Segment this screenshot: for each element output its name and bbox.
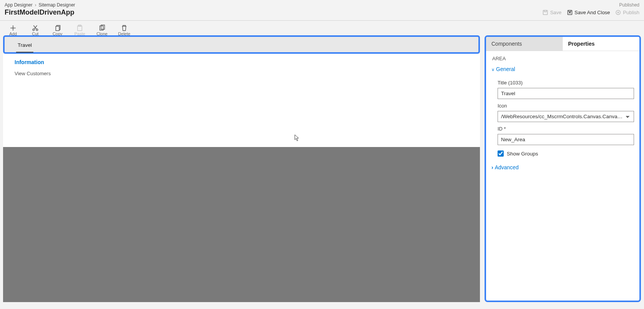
toolbar-paste-button: Paste [74, 25, 86, 35]
chevron-right-icon [491, 164, 493, 170]
area-tab-travel[interactable]: Travel [16, 40, 33, 53]
area-tabbar[interactable]: Travel [3, 35, 480, 54]
toolbar: Add Cut Copy Paste Clone Delete [0, 21, 644, 35]
properties-panel: Components Properties AREA General Title… [485, 35, 641, 302]
toolbar-clone-button[interactable]: Clone [96, 25, 108, 35]
plus-icon [10, 25, 16, 31]
toolbar-cut-button[interactable]: Cut [29, 25, 41, 35]
paste-icon [76, 25, 83, 31]
breadcrumb-item-appdesigner[interactable]: App Designer [5, 2, 33, 8]
chevron-right-icon: › [35, 2, 36, 8]
publish-status: Published [619, 2, 639, 8]
input-id[interactable] [498, 134, 634, 145]
svg-point-4 [36, 29, 38, 31]
label-show-groups: Show Groups [507, 151, 538, 157]
chevron-down-icon [491, 66, 495, 72]
group-title[interactable]: Information [15, 59, 468, 65]
label-title: Title (1033) [498, 80, 634, 86]
page-title: FirstModelDrivenApp [5, 8, 74, 17]
save-close-icon [567, 10, 573, 15]
breadcrumb: App Designer › Sitemap Designer [5, 2, 75, 8]
publish-icon [615, 10, 621, 15]
cut-icon [32, 25, 39, 31]
toolbar-add-button[interactable]: Add [7, 25, 19, 35]
breadcrumb-item-sitemapdesigner[interactable]: Sitemap Designer [39, 2, 75, 8]
label-icon: Icon [498, 103, 634, 109]
section-advanced-toggle[interactable]: Advanced [491, 163, 634, 172]
svg-rect-0 [543, 10, 547, 15]
clone-icon [99, 25, 105, 31]
checkbox-show-groups[interactable] [498, 150, 504, 157]
svg-rect-5 [56, 26, 59, 31]
canvas-white-space [3, 82, 480, 147]
tab-properties[interactable]: Properties [563, 37, 639, 51]
label-id: ID * [498, 126, 634, 132]
svg-point-3 [33, 29, 34, 31]
input-title[interactable] [498, 88, 634, 99]
group-area[interactable]: Information View Customers [3, 54, 480, 82]
subarea-item[interactable]: View Customers [15, 71, 468, 76]
trash-icon [121, 25, 128, 31]
properties-section-title: AREA [491, 54, 634, 64]
select-icon[interactable]: /WebResources/cc_MscrmControls.Canvas.Ca… [498, 111, 634, 122]
save-and-close-button[interactable]: Save And Close [567, 10, 610, 15]
save-button: Save [542, 10, 562, 15]
toolbar-delete-button[interactable]: Delete [118, 25, 130, 35]
copy-icon [54, 25, 61, 31]
section-general-toggle[interactable]: General [491, 64, 634, 74]
canvas-empty-drop-zone[interactable] [3, 147, 480, 302]
save-icon [542, 10, 548, 15]
publish-button: Publish [615, 10, 639, 15]
toolbar-copy-button[interactable]: Copy [51, 25, 64, 35]
tab-components[interactable]: Components [486, 37, 563, 51]
